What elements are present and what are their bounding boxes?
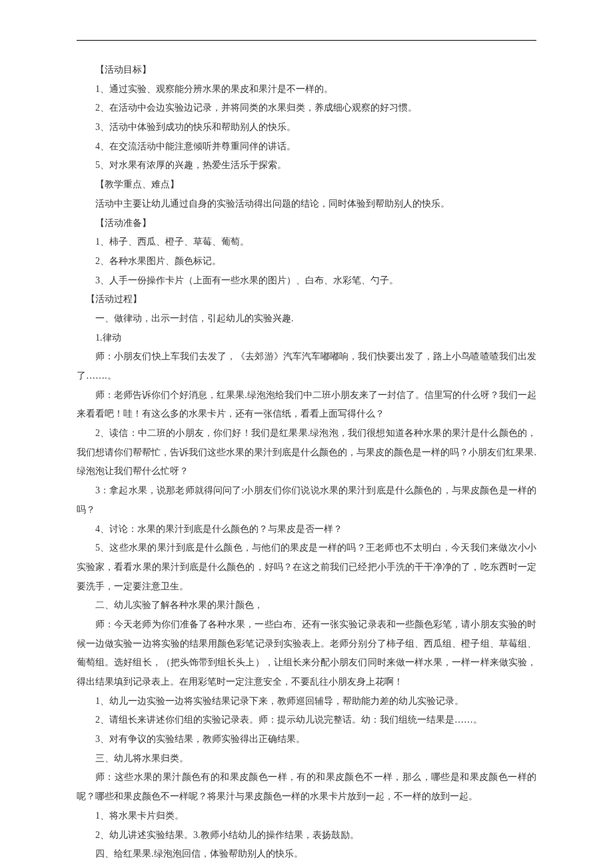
- paragraph: 5、这些水果的果汁到底是什么颜色，与他们的果皮是一样的吗？王老师也不太明白，今天…: [77, 539, 536, 596]
- paragraph: 5、对水果有浓厚的兴趣，热爱生活乐于探索。: [77, 156, 536, 175]
- paragraph: 【活动过程】: [77, 290, 536, 309]
- paragraph: 1、将水果卡片归类。: [77, 807, 536, 826]
- paragraph: 2、在活动中会边实验边记录，并将同类的水果归类，养成细心观察的好习惯。: [77, 99, 536, 118]
- paragraph: 师：我们知道了各种水果的果汁颜色，那我们一起来回封信吧？告诉他们我们的实验结果好…: [77, 864, 536, 868]
- paragraph: 二、幼儿实验了解各种水果的果汁颜色，: [77, 596, 536, 615]
- paragraph: 师：小朋友们快上车我们去发了，《去郊游》汽车汽车嘟嘟响，我们快要出发了，路上小鸟…: [77, 347, 536, 385]
- paragraph: 2、各种水果图片、颜色标记。: [77, 252, 536, 271]
- document-page: 【活动目标】1、通过实验、观察能分辨水果的果皮和果汁是不一样的。2、在活动中会边…: [0, 0, 613, 868]
- paragraph: 1、通过实验、观察能分辨水果的果皮和果汁是不一样的。: [77, 80, 536, 99]
- paragraph: 1、柿子、西瓜、橙子、草莓、葡萄。: [77, 233, 536, 252]
- paragraph: 一、做律动，出示一封信，引起幼儿的实验兴趣.: [77, 309, 536, 329]
- paragraph: 【活动目标】: [77, 61, 536, 80]
- paragraph: 2、请组长来讲述你们组的实验记录表。师：提示幼儿说完整话。幼：我们组统一结果是……: [77, 711, 536, 730]
- paragraph: 【活动准备】: [77, 214, 536, 233]
- paragraph: 3、活动中体验到成功的快乐和帮助别人的快乐。: [77, 118, 536, 137]
- paragraph: 2、幼儿讲述实验结果。3.教师小结幼儿的操作结果，表扬鼓励。: [77, 826, 536, 845]
- paragraph: 师：老师告诉你们个好消息，红果果.绿泡泡给我们中二班小朋友来了一封信了。信里写的…: [77, 386, 536, 424]
- paragraph: 3：拿起水果，说那老师就得问问了:小朋友们你们说说水果的果汁到底是什么颜色的，与…: [77, 481, 536, 519]
- paragraph: 1、幼儿一边实验一边将实验结果记录下来，教师巡回辅导，帮助能力差的幼儿实验记录。: [77, 692, 536, 711]
- paragraph: 三、幼儿将水果归类。: [77, 749, 536, 769]
- paragraph: 师：这些水果的果汁颜色有的和果皮颜色一样，有的和果皮颜色不一样，那么，哪些是和果…: [77, 768, 536, 806]
- paragraph: 【教学重点、难点】: [77, 175, 536, 195]
- paragraph: 活动中主要让幼儿通过自身的实验活动得出问题的结论，同时体验到帮助别人的快乐。: [77, 195, 536, 214]
- paragraph: 4、讨论：水果的果汁到底是什么颜色的？与果皮是否一样？: [77, 520, 536, 539]
- document-body: 【活动目标】1、通过实验、观察能分辨水果的果皮和果汁是不一样的。2、在活动中会边…: [77, 61, 536, 868]
- paragraph: 四、给红果果.绿泡泡回信，体验帮助别人的快乐。: [77, 845, 536, 864]
- paragraph: 3、对有争议的实验结果，教师实验得出正确结果。: [77, 730, 536, 749]
- paragraph: 师：今天老师为你们准备了各种水果，一些白布、还有一张实验记录表和一些颜色彩笔，请…: [77, 615, 536, 692]
- horizontal-rule: [77, 40, 536, 41]
- paragraph: 2、读信：中二班的小朋友，你们好！我们是红果果.绿泡泡，我们很想知道各种水果的果…: [77, 424, 536, 481]
- paragraph: 4、在交流活动中能注意倾听并尊重同伴的讲话。: [77, 137, 536, 157]
- paragraph: 3、人手一份操作卡片（上面有一些水果的图片）、白布、水彩笔、勺子。: [77, 271, 536, 291]
- paragraph: 1.律动: [77, 329, 536, 348]
